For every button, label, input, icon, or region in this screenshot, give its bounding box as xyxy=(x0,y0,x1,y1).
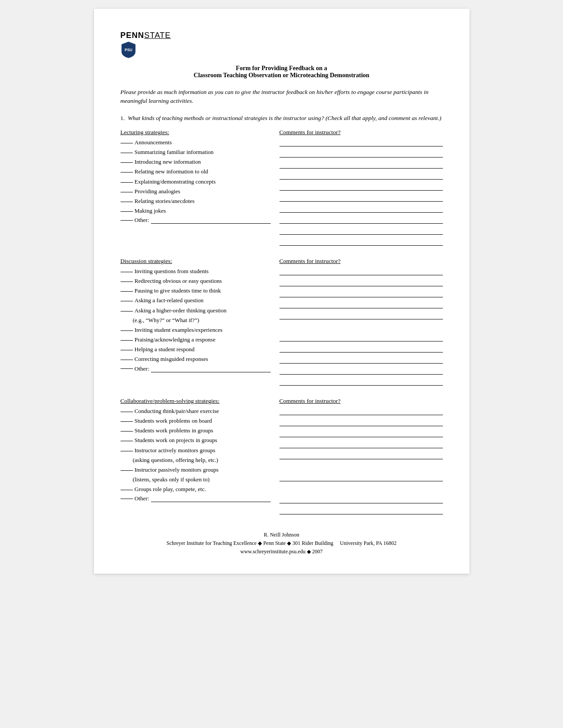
question-1: 1. What kinds of teaching methods or ins… xyxy=(121,114,443,123)
footer-institution: Schreyer Institute for Teaching Excellen… xyxy=(121,539,443,548)
list-item: Students work problems on board xyxy=(121,417,271,425)
list-item: Pausing to give students time to think xyxy=(121,287,271,295)
list-item: Making jokes xyxy=(121,207,271,215)
footer-name: R. Neill Johnson xyxy=(121,531,443,539)
other-line: Other: xyxy=(121,365,271,372)
discussion-section: Discussion strategies: Inviting question… xyxy=(121,258,443,389)
list-item: Providing analogies xyxy=(121,188,271,195)
list-item: Summarizing familiar information xyxy=(121,148,271,156)
list-item-indent: (asking questions, offering help, etc.) xyxy=(121,456,271,464)
page-title: Form for Providing Feedback on a Classro… xyxy=(121,65,443,79)
list-item: Students work on projects in groups xyxy=(121,436,271,444)
logo-text: PENNSTATE xyxy=(121,31,443,40)
list-item: Instructor passively monitors groups xyxy=(121,466,271,474)
list-item-indent: (e.g., “Why?” or “What if?”) xyxy=(121,316,271,324)
list-item: Students work problems in groups xyxy=(121,427,271,435)
list-item: Conducting think/pair/share exercise xyxy=(121,407,271,415)
discussion-header: Discussion strategies: xyxy=(121,258,271,265)
lecturing-comments-header: Comments for instructor? xyxy=(280,129,443,136)
list-item: Asking a higher-order thinking question xyxy=(121,307,271,315)
intro-text: Please provide as much information as yo… xyxy=(121,88,443,106)
logo-area: PENNSTATE PSU xyxy=(121,31,443,60)
collaborative-comments-header: Comments for instructor? xyxy=(280,398,443,405)
penn-state-shield-icon: PSU xyxy=(121,41,136,59)
list-item: Redirecting obvious or easy questions xyxy=(121,277,271,285)
list-item: Correcting misguided responses xyxy=(121,355,271,363)
list-item: Instructor actively monitors groups xyxy=(121,447,271,454)
collaborative-header: Collaborative/problem-solving strategies… xyxy=(121,398,271,405)
list-item-indent: (listens, speaks only if spoken to) xyxy=(121,476,271,484)
list-item: Helping a student respond xyxy=(121,345,271,353)
other-line: Other: xyxy=(121,217,271,224)
lecturing-section: Lecturing strategies: Announcements Summ… xyxy=(121,129,443,249)
list-item: Relating new information to old xyxy=(121,168,271,176)
page: PENNSTATE PSU Form for Providing Feedbac… xyxy=(94,9,469,574)
list-item: Groups role play, compete, etc. xyxy=(121,485,271,493)
list-item: Praising/acknowledging a response xyxy=(121,336,271,344)
footer-website: www.schreyerinstitute.psu.edu 2007 xyxy=(121,548,443,556)
list-item: Inviting questions from students xyxy=(121,267,271,275)
list-item: Inviting student examples/experiences xyxy=(121,326,271,334)
other-line: Other: xyxy=(121,495,271,502)
list-item: Explaining/demonstrating concepts xyxy=(121,178,271,186)
discussion-comments-header: Comments for instructor? xyxy=(280,258,443,265)
collaborative-section: Collaborative/problem-solving strategies… xyxy=(121,398,443,518)
list-item: Introducing new information xyxy=(121,158,271,166)
list-item: Asking a fact-related question xyxy=(121,296,271,304)
list-item: Relating stories/anecdotes xyxy=(121,197,271,205)
svg-text:PSU: PSU xyxy=(125,48,132,52)
footer: R. Neill Johnson Schreyer Institute for … xyxy=(121,531,443,556)
list-item: Announcements xyxy=(121,139,271,146)
lecturing-header: Lecturing strategies: xyxy=(121,129,271,136)
